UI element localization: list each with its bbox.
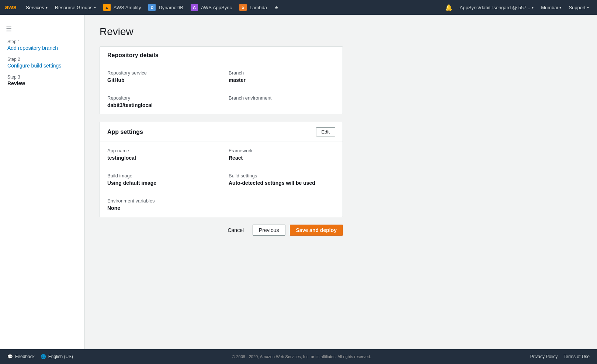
save-deploy-button[interactable]: Save and deploy bbox=[290, 225, 343, 236]
privacy-policy-link[interactable]: Privacy Policy bbox=[530, 354, 558, 359]
step1-label: Step 1 bbox=[7, 39, 77, 44]
cancel-button[interactable]: Cancel bbox=[223, 225, 248, 235]
repo-service-label: Repository service bbox=[107, 70, 214, 76]
env-vars-row: Environment variables None bbox=[100, 192, 343, 217]
app-settings-header: App settings Edit bbox=[100, 122, 343, 142]
nav-lambda[interactable]: λ Lambda bbox=[236, 0, 271, 15]
app-name-cell: App name testinglocal bbox=[100, 142, 221, 167]
build-settings-cell: Build settings Auto-detected settings wi… bbox=[221, 167, 343, 192]
footer-links: Privacy Policy Terms of Use bbox=[530, 354, 590, 359]
sidebar-item-add-repo-branch[interactable]: Add repository branch bbox=[7, 45, 77, 51]
framework-label: Framework bbox=[229, 148, 335, 153]
sidebar-toggle[interactable]: ☰ bbox=[0, 22, 84, 36]
sidebar: ☰ Step 1 Add repository branch Step 2 Co… bbox=[0, 15, 85, 349]
app-name-label: App name bbox=[107, 148, 214, 153]
globe-icon: 🌐 bbox=[41, 354, 46, 359]
env-vars-empty-cell bbox=[221, 192, 343, 217]
footer: 💬 Feedback 🌐 English (US) © 2008 - 2020,… bbox=[0, 349, 597, 364]
build-image-label: Build image bbox=[107, 173, 214, 178]
step3-label: Step 3 bbox=[7, 74, 77, 80]
branch-env-cell: Branch environment bbox=[221, 89, 343, 114]
nav-region[interactable]: Mumbai ▾ bbox=[537, 0, 565, 15]
build-settings-label: Build settings bbox=[229, 173, 335, 178]
repo-service-branch-row: Repository service GitHub Branch master bbox=[100, 64, 343, 89]
language-selector[interactable]: 🌐 English (US) bbox=[41, 354, 73, 359]
star-icon: ★ bbox=[274, 5, 279, 10]
amplify-icon: ▲ bbox=[103, 4, 111, 11]
repository-label: Repository bbox=[107, 95, 214, 101]
sidebar-step3: Step 3 Review bbox=[0, 72, 84, 89]
build-image-value: Using default image bbox=[107, 180, 214, 186]
nav-account[interactable]: AppSync/dabit-Isengard @ 557... ▾ bbox=[456, 0, 538, 15]
app-name-framework-row: App name testinglocal Framework React bbox=[100, 142, 343, 167]
action-row: Cancel Previous Save and deploy bbox=[100, 225, 343, 236]
repository-details-title: Repository details bbox=[107, 52, 159, 59]
branch-label: Branch bbox=[229, 70, 335, 76]
branch-env-label: Branch environment bbox=[229, 95, 335, 101]
feedback-icon: 💬 bbox=[7, 354, 13, 359]
dynamodb-icon: D bbox=[148, 4, 156, 11]
branch-cell: Branch master bbox=[221, 64, 343, 89]
repository-details-header: Repository details bbox=[100, 47, 343, 64]
repository-value: dabit3/testinglocal bbox=[107, 102, 214, 108]
app-name-value: testinglocal bbox=[107, 155, 214, 161]
nav-dynamodb[interactable]: D DynamoDB bbox=[145, 0, 187, 15]
nav-support[interactable]: Support ▾ bbox=[565, 0, 593, 15]
repo-service-value: GitHub bbox=[107, 77, 214, 83]
env-vars-label: Environment variables bbox=[107, 198, 214, 204]
app-settings-card: App settings Edit App name testinglocal … bbox=[100, 122, 343, 217]
edit-button[interactable]: Edit bbox=[316, 127, 335, 136]
appsync-icon: A bbox=[191, 4, 198, 11]
account-chevron-icon: ▾ bbox=[532, 6, 534, 10]
step2-label: Step 2 bbox=[7, 57, 77, 62]
branch-value: master bbox=[229, 77, 335, 83]
nav-amplify[interactable]: ▲ AWS Amplify bbox=[100, 0, 145, 15]
sidebar-step2: Step 2 Configure build settings bbox=[0, 54, 84, 72]
repository-cell: Repository dabit3/testinglocal bbox=[100, 89, 221, 114]
build-image-settings-row: Build image Using default image Build se… bbox=[100, 167, 343, 192]
nav-right: 🔔 AppSync/dabit-Isengard @ 557... ▾ Mumb… bbox=[441, 0, 593, 15]
repository-details-card: Repository details Repository service Gi… bbox=[100, 46, 343, 114]
repo-branch-env-row: Repository dabit3/testinglocal Branch en… bbox=[100, 89, 343, 114]
nav-bell[interactable]: 🔔 bbox=[441, 0, 456, 15]
page-title: Review bbox=[100, 26, 582, 38]
nav-resource-groups[interactable]: Resource Groups ▾ bbox=[51, 0, 100, 15]
services-chevron-icon: ▾ bbox=[46, 6, 48, 10]
lambda-icon: λ bbox=[239, 4, 247, 11]
sidebar-item-review: Review bbox=[7, 80, 77, 86]
build-image-cell: Build image Using default image bbox=[100, 167, 221, 192]
framework-value: React bbox=[229, 155, 335, 161]
aws-logo[interactable]: aws bbox=[4, 1, 18, 14]
previous-button[interactable]: Previous bbox=[253, 225, 285, 236]
app-settings-body: App name testinglocal Framework React Bu… bbox=[100, 142, 343, 217]
support-chevron-icon: ▾ bbox=[587, 6, 589, 10]
env-vars-cell: Environment variables None bbox=[100, 192, 221, 217]
build-settings-value: Auto-detected settings will be used bbox=[229, 180, 335, 186]
nav-starred[interactable]: ★ bbox=[271, 0, 282, 15]
resource-groups-chevron-icon: ▾ bbox=[94, 6, 96, 10]
framework-cell: Framework React bbox=[221, 142, 343, 167]
sidebar-item-configure-build[interactable]: Configure build settings bbox=[7, 63, 77, 69]
terms-of-use-link[interactable]: Terms of Use bbox=[563, 354, 590, 359]
region-chevron-icon: ▾ bbox=[559, 6, 561, 10]
nav-services[interactable]: Services ▾ bbox=[22, 0, 51, 15]
feedback-button[interactable]: 💬 Feedback bbox=[7, 354, 35, 359]
env-vars-value: None bbox=[107, 205, 214, 211]
top-nav: aws Services ▾ Resource Groups ▾ ▲ AWS A… bbox=[0, 0, 597, 15]
app-settings-title: App settings bbox=[107, 129, 143, 135]
sidebar-step1: Step 1 Add repository branch bbox=[0, 36, 84, 54]
repository-details-body: Repository service GitHub Branch master … bbox=[100, 64, 343, 114]
main-content: Review Repository details Repository ser… bbox=[85, 15, 597, 349]
repo-service-cell: Repository service GitHub bbox=[100, 64, 221, 89]
svg-text:aws: aws bbox=[5, 4, 17, 11]
copyright: © 2008 - 2020, Amazon Web Services, Inc.… bbox=[79, 354, 524, 359]
nav-appsync[interactable]: A AWS AppSync bbox=[187, 0, 236, 15]
